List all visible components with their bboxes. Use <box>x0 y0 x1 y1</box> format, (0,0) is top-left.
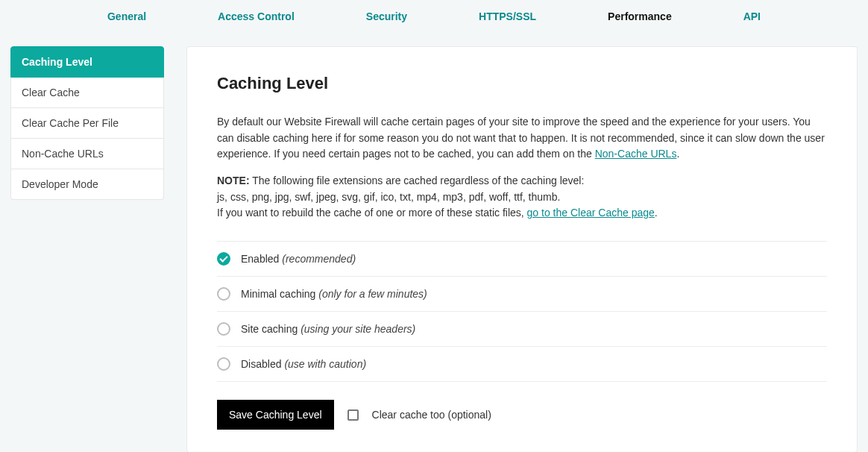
radio-enabled[interactable] <box>217 252 230 266</box>
top-tabs: General Access Control Security HTTPS/SS… <box>0 0 868 30</box>
option-enabled-note: (recommended) <box>282 253 356 265</box>
option-enabled-text: Enabled <box>241 253 279 265</box>
option-disabled[interactable]: Disabled (use with caution) <box>217 346 827 382</box>
tab-api[interactable]: API <box>708 10 796 22</box>
rebuild-end: . <box>655 207 658 219</box>
clear-cache-checkbox-label: Clear cache too (optional) <box>372 409 491 421</box>
option-site-text: Site caching <box>241 323 298 335</box>
radio-disabled[interactable] <box>217 357 230 371</box>
tab-https-ssl[interactable]: HTTPS/SSL <box>443 10 572 22</box>
panel-title: Caching Level <box>217 74 827 93</box>
tab-performance[interactable]: Performance <box>572 10 708 22</box>
non-cache-urls-link[interactable]: Non-Cache URLs <box>595 148 677 160</box>
sidebar: Caching Level Clear Cache Clear Cache Pe… <box>10 46 164 452</box>
sidebar-item-clear-cache-per-file[interactable]: Clear Cache Per File <box>10 108 164 139</box>
option-minimal[interactable]: Minimal caching (only for a few minutes) <box>217 276 827 311</box>
sidebar-item-non-cache-urls[interactable]: Non-Cache URLs <box>10 139 164 169</box>
clear-cache-page-link[interactable]: go to the Clear Cache page <box>527 207 655 219</box>
sidebar-item-clear-cache[interactable]: Clear Cache <box>10 78 164 108</box>
tab-security[interactable]: Security <box>330 10 443 22</box>
settings-panel: Caching Level By default our Website Fir… <box>186 46 858 452</box>
radio-minimal[interactable] <box>217 287 230 301</box>
option-enabled-label: Enabled (recommended) <box>241 253 356 265</box>
option-enabled[interactable]: Enabled (recommended) <box>217 241 827 276</box>
caching-options: Enabled (recommended) Minimal caching (o… <box>217 241 827 382</box>
note-text: The following file extensions are cached… <box>250 175 585 186</box>
clear-cache-checkbox[interactable] <box>347 409 359 421</box>
option-disabled-label: Disabled (use with caution) <box>241 358 366 370</box>
tab-general[interactable]: General <box>72 10 182 22</box>
actions-row: Save Caching Level Clear cache too (opti… <box>217 400 827 430</box>
rebuild-text: If you want to rebuild the cache of one … <box>217 207 527 219</box>
tab-access-control[interactable]: Access Control <box>182 10 330 22</box>
option-site[interactable]: Site caching (using your site headers) <box>217 311 827 346</box>
option-disabled-text: Disabled <box>241 358 281 370</box>
option-minimal-label: Minimal caching (only for a few minutes) <box>241 288 427 300</box>
option-disabled-note: (use with caution) <box>284 358 366 370</box>
note-label: NOTE: <box>217 175 250 186</box>
option-minimal-text: Minimal caching <box>241 288 315 300</box>
sidebar-item-caching-level[interactable]: Caching Level <box>10 46 164 78</box>
sidebar-item-developer-mode[interactable]: Developer Mode <box>10 169 164 200</box>
desc-end: . <box>676 148 679 160</box>
radio-site[interactable] <box>217 322 230 336</box>
save-button[interactable]: Save Caching Level <box>217 400 334 430</box>
option-site-note: (using your site headers) <box>301 323 415 335</box>
extensions-list: js, css, png, jpg, swf, jpeg, svg, gif, … <box>217 189 827 206</box>
option-site-label: Site caching (using your site headers) <box>241 323 415 335</box>
option-minimal-note: (only for a few minutes) <box>318 288 427 300</box>
panel-description: By default our Website Firewall will cac… <box>217 114 827 222</box>
desc-text: By default our Website Firewall will cac… <box>217 116 825 160</box>
